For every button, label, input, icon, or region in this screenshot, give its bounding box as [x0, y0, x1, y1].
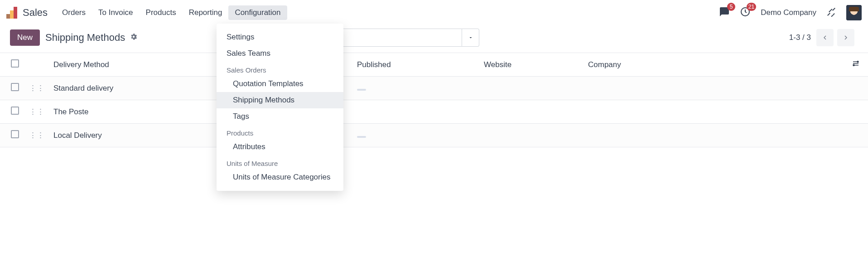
- menu-item-uom-categories[interactable]: Units of Measure Categories: [217, 169, 343, 185]
- col-header-company[interactable]: Company: [583, 53, 847, 77]
- svg-point-2: [853, 64, 854, 66]
- drag-handle-icon[interactable]: ⋮⋮: [29, 84, 44, 92]
- table-row[interactable]: ⋮⋮ The Poste B: [0, 100, 868, 124]
- data-table: Delivery Method P Published Website Comp…: [0, 53, 868, 147]
- cell-method: Standard delivery: [49, 77, 221, 100]
- row-checkbox[interactable]: [11, 130, 19, 138]
- menu-section-uom: Units of Measure: [217, 155, 343, 169]
- cell-method: Local Delivery: [49, 124, 221, 147]
- menu-item-settings[interactable]: Settings: [217, 29, 343, 45]
- gear-icon[interactable]: [130, 33, 138, 43]
- page-title: Shipping Methods: [45, 32, 125, 44]
- col-header-website[interactable]: Website: [479, 53, 583, 77]
- app-name[interactable]: Sales: [23, 7, 48, 19]
- drag-handle-icon[interactable]: ⋮⋮: [29, 107, 44, 116]
- menu-item-attributes[interactable]: Attributes: [217, 139, 343, 155]
- published-tag: [357, 136, 366, 138]
- debug-icon[interactable]: [826, 7, 836, 19]
- col-header-method[interactable]: Delivery Method: [49, 53, 221, 77]
- topnav-right: 5 21 Demo Company: [719, 5, 862, 20]
- new-button[interactable]: New: [10, 29, 40, 46]
- adjust-columns-icon[interactable]: [852, 61, 860, 69]
- activities-badge: 21: [747, 3, 756, 11]
- app-logo-icon[interactable]: [6, 7, 18, 19]
- nav-to-invoice[interactable]: To Invoice: [92, 5, 140, 20]
- col-header-published[interactable]: Published: [352, 53, 479, 77]
- nav-configuration[interactable]: Configuration: [228, 5, 287, 20]
- menu-section-products: Products: [217, 125, 343, 139]
- select-all-checkbox[interactable]: [11, 59, 19, 68]
- avatar[interactable]: [846, 5, 862, 20]
- control-bar: New Shipping Methods 1-3 / 3: [0, 25, 868, 53]
- topnav: Sales Orders To Invoice Products Reporti…: [0, 0, 868, 25]
- nav-items: Orders To Invoice Products Reporting Con…: [56, 5, 287, 20]
- menu-item-quotation-templates[interactable]: Quotation Templates: [217, 76, 343, 92]
- menu-item-sales-teams[interactable]: Sales Teams: [217, 45, 343, 62]
- search-dropdown-button[interactable]: [462, 29, 479, 47]
- nav-reporting[interactable]: Reporting: [183, 5, 229, 20]
- table-row[interactable]: ⋮⋮ Local Delivery Fi: [0, 124, 868, 147]
- menu-item-tags[interactable]: Tags: [217, 108, 343, 125]
- svg-point-1: [857, 61, 858, 63]
- activities-icon[interactable]: 21: [740, 6, 751, 19]
- drag-handle-icon[interactable]: ⋮⋮: [29, 131, 44, 140]
- row-checkbox[interactable]: [11, 83, 19, 91]
- company-name[interactable]: Demo Company: [761, 8, 816, 17]
- table-header-row: Delivery Method P Published Website Comp…: [0, 53, 868, 77]
- pager-text: 1-3 / 3: [789, 33, 813, 42]
- configuration-dropdown-menu: Settings Sales Teams Sales Orders Quotat…: [217, 24, 343, 191]
- messages-icon[interactable]: 5: [719, 6, 730, 19]
- menu-section-sales-orders: Sales Orders: [217, 62, 343, 76]
- pager: 1-3 / 3: [789, 29, 854, 46]
- menu-item-shipping-methods[interactable]: Shipping Methods: [217, 92, 343, 108]
- table-row[interactable]: ⋮⋮ Standard delivery Fi: [0, 77, 868, 100]
- cell-method: The Poste: [49, 100, 221, 124]
- nav-orders[interactable]: Orders: [56, 5, 92, 20]
- messages-badge: 5: [727, 3, 735, 11]
- published-tag: [357, 89, 366, 91]
- pager-next-button[interactable]: [837, 29, 854, 46]
- row-checkbox[interactable]: [11, 107, 19, 115]
- pager-prev-button[interactable]: [816, 29, 834, 46]
- nav-products[interactable]: Products: [140, 5, 183, 20]
